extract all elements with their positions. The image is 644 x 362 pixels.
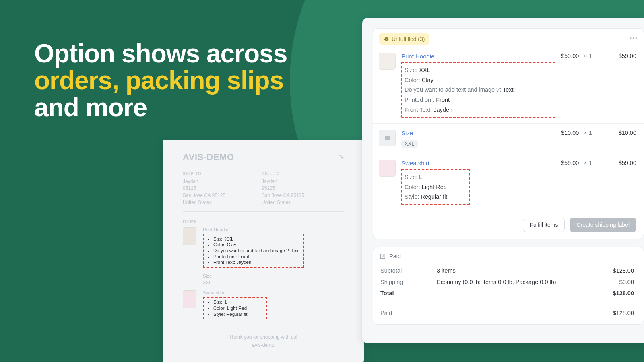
- shipping-mid: Economy (0.0 lb: Items 0.0 lb, Package 0…: [437, 279, 590, 285]
- unfulfilled-card: Unfulfilled (3) ••• Print Hoodie Size: X…: [373, 28, 644, 239]
- hero-line-3: and more: [34, 93, 147, 122]
- ship-to-heading: SHIP TO: [183, 171, 225, 176]
- box-icon: [384, 36, 389, 42]
- hero-line-1: Option shows across: [34, 39, 287, 68]
- order-panel: Unfulfilled (3) ••• Print Hoodie Size: X…: [362, 18, 644, 343]
- line-price: $10.00 × 1: [561, 130, 592, 148]
- slip-item: Sweatshirt Size: L Color: Light Red Styl…: [183, 290, 344, 319]
- product-link[interactable]: Size: [401, 130, 555, 136]
- shipping-amt: $0.00: [590, 279, 634, 285]
- ship-to-block: SHIP TO Jaydan 95125 San Jose CA 95125 U…: [183, 171, 225, 206]
- paid-row-label: Paid: [380, 310, 437, 316]
- product-link[interactable]: Print Hoodie: [401, 53, 555, 60]
- line-total: $10.00: [608, 130, 636, 148]
- product-thumb: [379, 130, 396, 146]
- subtotal-mid: 3 items: [437, 267, 590, 274]
- option-highlight-box: Size: L Color: Light Red Style: Regular …: [203, 297, 267, 319]
- slip-item-name: Print Hoodie: [203, 227, 344, 232]
- paid-amt: $128.00: [590, 310, 634, 316]
- image-icon: [384, 134, 391, 142]
- option-highlight-box: Size: L Color: Light Red Style: Regular …: [401, 169, 470, 205]
- subtotal-amt: $128.00: [590, 267, 634, 274]
- line-price: $59.00 × 1: [561, 160, 592, 205]
- check-icon: [380, 253, 386, 259]
- total-amt: $128.00: [590, 290, 634, 296]
- slip-thumb: [183, 290, 196, 308]
- actions-row: Fulfill items Create shipping label: [373, 211, 644, 239]
- line-total: $59.00: [608, 160, 636, 205]
- option-highlight-box: Size: XXL Color: Clay Do you want to add…: [401, 62, 555, 118]
- option-highlight-box: Size: XXL Color: Clay Do you want to add…: [203, 234, 304, 268]
- product-thumb: [379, 53, 396, 70]
- bill-to-heading: BILL TO: [262, 171, 304, 176]
- hero-line-2: orders, packing slips: [34, 66, 283, 95]
- line-item: Print Hoodie Size: XXL Color: Clay Do yo…: [373, 47, 644, 123]
- shipping-label: Shipping: [380, 279, 437, 285]
- paid-card: Paid Subtotal3 items$128.00 ShippingEcon…: [373, 247, 644, 325]
- slip-item-sub: XXL: [203, 280, 344, 285]
- bill-to-block: BILL TO Jaydan 95125 San Jose CA 95125 U…: [262, 171, 304, 206]
- variant-pill: XXL: [401, 140, 418, 148]
- thank-you: Thank you for shopping with us!: [183, 334, 344, 340]
- fulfill-items-button[interactable]: Fulfill items: [523, 218, 565, 232]
- total-label: Total: [380, 290, 437, 296]
- line-item: Sweatshirt Size: L Color: Light Red Styl…: [373, 154, 644, 211]
- more-icon[interactable]: •••: [630, 35, 638, 41]
- line-total: $59.00: [608, 53, 636, 118]
- packing-slip: AVIS-DEMO Fe SHIP TO Jaydan 95125 San Jo…: [163, 140, 364, 362]
- paid-label: Paid: [389, 253, 401, 259]
- status-badge: Unfulfilled (3): [379, 33, 429, 45]
- slip-item: Print Hoodie Size: XXL Color: Clay Do yo…: [183, 227, 344, 268]
- subtotal-label: Subtotal: [380, 267, 437, 274]
- slip-thumb: [183, 227, 196, 245]
- slip-item-name: Size: [203, 274, 344, 278]
- status-badge-label: Unfulfilled (3): [392, 36, 425, 42]
- slip-item: Size XXL: [183, 274, 344, 285]
- shop-name: avis-demo: [183, 342, 344, 348]
- slip-item-name: Sweatshirt: [203, 290, 344, 295]
- hero-heading: Option shows across orders, packing slip…: [34, 40, 324, 121]
- slip-date: Fe: [338, 154, 344, 160]
- line-price: $59.00 × 1: [561, 53, 592, 118]
- slip-title: AVIS-DEMO: [183, 152, 344, 162]
- create-shipping-label-button[interactable]: Create shipping label: [570, 218, 636, 232]
- items-heading: ITEMS: [183, 220, 344, 224]
- product-link[interactable]: Sweatshirt: [401, 160, 555, 167]
- product-thumb: [379, 160, 396, 177]
- line-item: Size XXL $10.00 × 1 $10.00: [373, 123, 644, 154]
